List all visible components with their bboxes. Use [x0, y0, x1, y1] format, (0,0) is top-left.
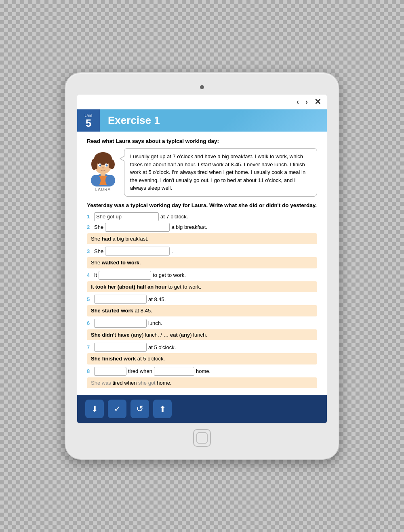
q3-answer: She walked to work. [87, 257, 317, 268]
question-row-3: 3 She . [87, 247, 317, 256]
forward-button[interactable]: › [305, 98, 308, 106]
q6-answer: She didn't have (any) lunch. / … eat (an… [87, 329, 317, 341]
q-num-4: 4 [87, 272, 93, 278]
q2-prefix: She [94, 224, 103, 230]
share-icon: ⬆ [159, 404, 166, 414]
question-row-5: 5 at 8.45. [87, 295, 317, 304]
check-icon: ✓ [114, 404, 121, 414]
q-num-6: 6 [87, 320, 93, 326]
q5-input[interactable] [94, 295, 147, 304]
q7-input[interactable] [94, 343, 147, 352]
q3-prefix: She [94, 248, 103, 254]
camera [200, 85, 204, 89]
svg-point-14 [106, 165, 108, 167]
toolbar: ⬇ ✓ ↺ ⬆ [77, 395, 327, 423]
reset-button[interactable]: ↺ [130, 400, 149, 418]
tablet-device: ‹ › ✕ Unit 5 Exercise 1 Read what Laura … [65, 72, 339, 460]
speech-bubble: I usually get up at 7 o'clock and have a… [124, 148, 317, 197]
q8-input2[interactable] [154, 367, 194, 376]
nav-bar: ‹ › ✕ [77, 94, 327, 109]
close-button[interactable]: ✕ [314, 97, 321, 107]
unit-number: 5 [86, 118, 91, 128]
q1-suffix: at 7 o'clock. [160, 214, 188, 220]
q2-input[interactable] [105, 223, 170, 232]
q8-input1[interactable] [94, 367, 126, 376]
svg-point-3 [91, 175, 101, 186]
check-button[interactable]: ✓ [108, 400, 126, 418]
character-name: LAURA [95, 187, 111, 192]
q4-prefix: It [94, 272, 97, 278]
exercise-header: Unit 5 Exercise 1 [77, 109, 327, 132]
avatar-image [87, 148, 119, 186]
content-area: Read what Laura says about a typical wor… [77, 132, 327, 395]
svg-point-13 [99, 165, 101, 167]
q1-input[interactable] [94, 212, 159, 221]
exercise-instruction: Yesterday was a typical working day for … [87, 202, 317, 208]
q-num-2: 2 [87, 224, 93, 230]
reading-instruction: Read what Laura says about a typical wor… [87, 138, 317, 144]
question-row-4: 4 It to get to work. [87, 271, 317, 280]
question-row-1: 1 at 7 o'clock. [87, 212, 317, 221]
q3-suffix: . [171, 248, 173, 254]
q8-suffix: home. [196, 368, 210, 374]
q7-answer: She finished work at 5 o'clock. [87, 353, 317, 364]
share-button[interactable]: ⬆ [153, 400, 172, 418]
q2-answer: She had a big breakfast. [87, 233, 317, 245]
q8-mid: tired when [128, 368, 152, 374]
q-num-3: 3 [87, 248, 93, 254]
save-button[interactable]: ⬇ [85, 400, 104, 418]
q-num-5: 5 [87, 296, 93, 302]
q7-suffix: at 5 o'clock. [148, 344, 176, 350]
question-row-7: 7 at 5 o'clock. [87, 343, 317, 352]
unit-badge: Unit 5 [77, 109, 100, 132]
save-icon: ⬇ [91, 404, 98, 414]
q5-suffix: at 8.45. [148, 296, 166, 302]
q4-answer: It took her (about) half an hour to get … [87, 281, 317, 293]
svg-rect-10 [109, 161, 112, 168]
q-num-1: 1 [87, 214, 93, 220]
speech-area: LAURA I usually get up at 7 o'clock and … [87, 148, 317, 197]
q4-suffix: to get to work. [153, 272, 186, 278]
question-row-6: 6 lunch. [87, 319, 317, 328]
question-row-2: 2 She a big breakfast. [87, 223, 317, 232]
svg-point-16 [107, 165, 107, 165]
svg-point-15 [100, 165, 101, 165]
svg-point-4 [105, 175, 115, 186]
home-button-inner [196, 432, 208, 444]
q-num-7: 7 [87, 344, 93, 350]
svg-rect-9 [94, 161, 97, 169]
reset-icon: ↺ [136, 404, 143, 414]
q8-answer: She was tired when she got home. [87, 377, 317, 389]
home-button[interactable] [193, 429, 211, 447]
q2-suffix: a big breakfast. [171, 224, 207, 230]
exercise-title: Exercise 1 [100, 109, 168, 132]
q6-input[interactable] [94, 319, 147, 328]
question-row-8: 8 tired when home. [87, 367, 317, 376]
tablet-screen: ‹ › ✕ Unit 5 Exercise 1 Read what Laura … [77, 94, 327, 423]
q4-input[interactable] [99, 271, 151, 280]
q-num-8: 8 [87, 368, 93, 374]
avatar-area: LAURA [87, 148, 119, 192]
q3-input[interactable] [105, 247, 170, 256]
questions-list: 1 at 7 o'clock. 2 She a big breakfast. S… [87, 212, 317, 389]
speech-text: I usually get up at 7 o'clock and have a… [130, 153, 305, 191]
back-button[interactable]: ‹ [297, 98, 299, 106]
q5-answer: She started work at 8.45. [87, 305, 317, 316]
q6-suffix: lunch. [148, 320, 162, 326]
